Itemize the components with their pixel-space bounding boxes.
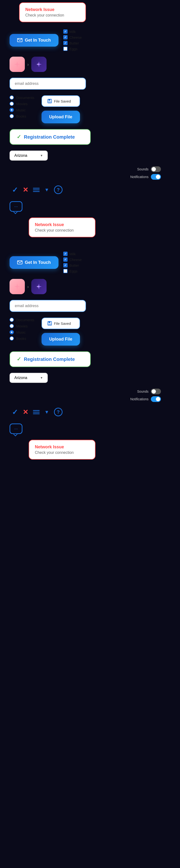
question-icon-1[interactable]: ? — [54, 185, 63, 194]
chevron-down-big-icon-2: ▼ — [44, 409, 49, 415]
hamburger-icon-1[interactable] — [33, 188, 40, 192]
state-dropdown-1[interactable]: Arizona ▼ — [9, 151, 48, 161]
chat-dots-1: ··· — [14, 204, 18, 209]
notifications-toggle-1[interactable] — [151, 174, 161, 180]
reg-complete-card-1: ✓ Registration Complete — [9, 129, 91, 145]
notifications-label-2: Notifications — [130, 397, 148, 401]
checkbox-item-cheese-2[interactable]: Cheese — [63, 257, 82, 262]
checkmark-icon-1: ✓ — [12, 186, 18, 194]
checkbox-eggs-2[interactable] — [63, 269, 68, 273]
checkbox-item-milk-2[interactable]: Milk — [63, 252, 82, 256]
radio-list-1: Documents Movies Music Books — [9, 95, 34, 118]
checkbox-cheese-2[interactable] — [63, 257, 68, 262]
radio-circle-music-1[interactable] — [9, 108, 14, 112]
checkbox-item-butter-1[interactable]: Butter — [63, 41, 82, 45]
mail-icon-2 — [17, 260, 23, 264]
chat-bubble-icon-1[interactable]: ··· — [9, 201, 23, 212]
reg-complete-text-2: Registration Complete — [24, 356, 75, 362]
question-icon-2[interactable]: ? — [54, 408, 63, 416]
upload-button-2[interactable]: Upload File — [41, 333, 80, 346]
get-in-touch-label-1: Get In Touch — [25, 38, 51, 43]
checkbox-label-cheese-1: Cheese — [69, 35, 82, 39]
checkbox-item-cheese-1[interactable]: Cheese — [63, 35, 82, 39]
radio-books-1[interactable]: Books — [9, 114, 34, 118]
chat-bubble-icon-2[interactable]: ··· — [9, 424, 23, 434]
checkbox-list-2: Milk Cheese Butter Eggs — [63, 252, 82, 273]
email-input-2[interactable] — [15, 304, 81, 308]
radio-label-books-1: Books — [16, 114, 26, 118]
checkbox-milk-2[interactable] — [63, 252, 68, 256]
network-error-subtitle-2: Check your connection — [35, 451, 89, 455]
svg-rect-6 — [48, 321, 50, 323]
sounds-toggle-item-2[interactable]: Sounds — [137, 389, 161, 394]
radio-circle-documents-1[interactable] — [9, 95, 14, 100]
checkbox-item-eggs-1[interactable]: Eggs — [63, 46, 82, 51]
checkbox-butter-2[interactable] — [63, 263, 68, 268]
radio-documents-2[interactable]: Documents — [9, 318, 34, 322]
checkbox-eggs-1[interactable] — [63, 46, 68, 51]
state-dropdown-2[interactable]: Arizona ▼ — [9, 373, 48, 383]
radio-label-music-2: Music — [16, 330, 26, 334]
sounds-toggle-item-1[interactable]: Sounds — [137, 166, 161, 172]
radio-label-movies-2: Movies — [16, 324, 28, 328]
icon-pair-2: › — [9, 279, 46, 294]
chevron-down-icon-1: ▼ — [40, 154, 43, 157]
radio-circle-movies-1[interactable] — [9, 101, 14, 106]
radio-circle-books-1[interactable] — [9, 114, 14, 118]
notifications-label-1: Notifications — [130, 175, 148, 179]
notifications-toggle-item-2[interactable]: Notifications — [130, 396, 161, 402]
radio-circle-movies-2[interactable] — [9, 324, 14, 328]
icon-pair-1: › — [9, 57, 46, 72]
checkbox-item-milk-1[interactable]: Milk — [63, 29, 82, 34]
sounds-toggle-1[interactable] — [151, 166, 161, 172]
checkbox-list-1: Milk Cheese Butter Eggs — [63, 29, 82, 51]
network-error-card-top: Network Issue Check your connection — [19, 2, 86, 22]
notifications-toggle-2[interactable] — [151, 396, 161, 402]
sounds-toggle-2[interactable] — [151, 389, 161, 394]
email-input-wrap-1[interactable] — [9, 78, 86, 90]
file-saved-button-1[interactable]: File Saved — [41, 95, 80, 107]
radio-documents-1[interactable]: Documents — [9, 95, 34, 100]
network-error-title-1: Network Issue — [35, 222, 89, 227]
checkbox-label-butter-1: Butter — [69, 41, 79, 45]
radio-circle-music-2[interactable] — [9, 330, 14, 334]
file-saved-button-2[interactable]: File Saved — [41, 318, 80, 329]
network-error-title-2: Network Issue — [35, 444, 89, 450]
checkbox-butter-1[interactable] — [63, 41, 68, 45]
radio-movies-1[interactable]: Movies — [9, 101, 34, 106]
toggle-group-2: Sounds Notifications — [130, 389, 161, 402]
reg-complete-card-2: ✓ Registration Complete — [9, 351, 91, 367]
file-saved-label-2: File Saved — [54, 321, 71, 326]
radio-circle-books-2[interactable] — [9, 336, 14, 341]
file-saved-label-1: File Saved — [54, 99, 71, 103]
checkbox-item-eggs-2[interactable]: Eggs — [63, 269, 82, 273]
sparkle-icon-pink-2 — [9, 279, 25, 294]
radio-music-2[interactable]: Music — [9, 330, 34, 334]
radio-circle-documents-2[interactable] — [9, 318, 14, 322]
checkbox-milk-1[interactable] — [63, 29, 68, 34]
hamburger-icon-2[interactable] — [33, 410, 40, 414]
get-in-touch-button-2[interactable]: Get In Touch — [9, 256, 59, 269]
checkbox-label-butter-2: Butter — [69, 264, 79, 268]
checkbox-label-eggs-2: Eggs — [69, 269, 78, 273]
upload-button-1[interactable]: Upload File — [41, 111, 80, 123]
email-input-wrap-2[interactable] — [9, 300, 86, 312]
checkbox-item-butter-2[interactable]: Butter — [63, 263, 82, 268]
radio-music-1[interactable]: Music — [9, 108, 34, 112]
radio-label-documents-1: Documents — [16, 96, 34, 100]
reg-complete-text-1: Registration Complete — [24, 134, 75, 140]
reg-check-icon-2: ✓ — [17, 356, 21, 362]
dropdown-value-2: Arizona — [14, 376, 27, 380]
radio-books-2[interactable]: Books — [9, 336, 34, 341]
get-in-touch-button-1[interactable]: Get In Touch — [9, 34, 59, 46]
svg-rect-2 — [48, 99, 50, 101]
arrow-icon-2: › — [27, 284, 29, 289]
checkbox-label-milk-1: Milk — [69, 30, 76, 34]
radio-movies-2[interactable]: Movies — [9, 324, 34, 328]
network-error-subtitle-top: Check your connection — [25, 13, 80, 18]
checkbox-cheese-1[interactable] — [63, 35, 68, 39]
email-input-1[interactable] — [15, 82, 81, 86]
sounds-label-1: Sounds — [137, 167, 148, 171]
notifications-toggle-item-1[interactable]: Notifications — [130, 174, 161, 180]
toggle-group-1: Sounds Notifications — [130, 166, 161, 180]
